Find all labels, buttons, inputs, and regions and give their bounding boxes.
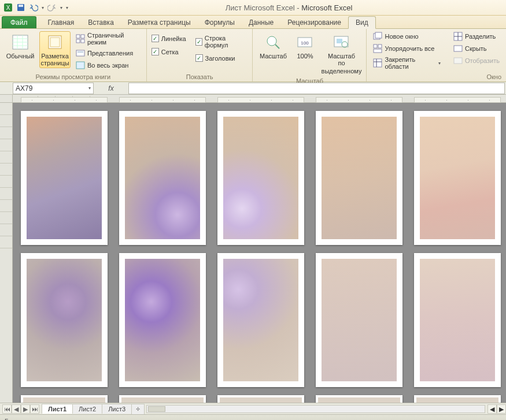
page-thumb[interactable] bbox=[316, 395, 402, 403]
nav-prev-button[interactable]: ◀ bbox=[12, 404, 21, 414]
scroll-right-button[interactable]: ▶ bbox=[497, 404, 506, 414]
zoom-selection-button[interactable]: Масштаб по выделенному bbox=[321, 31, 361, 76]
custom-views-icon bbox=[76, 49, 85, 58]
tab-home[interactable]: Главная bbox=[41, 17, 82, 28]
svg-rect-17 bbox=[77, 51, 83, 53]
save-icon[interactable] bbox=[16, 3, 25, 12]
nav-first-button[interactable]: ⏮ bbox=[2, 404, 12, 414]
arrange-all-button[interactable]: Упорядочить все bbox=[371, 43, 442, 54]
page-image bbox=[420, 117, 495, 239]
page-break-preview-button[interactable]: Страничный режим bbox=[74, 31, 142, 46]
ribbon-tab-strip: Файл Главная Вставка Разметка страницы Ф… bbox=[0, 16, 506, 29]
freeze-panes-button[interactable]: Закрепить области ▾ bbox=[371, 55, 442, 70]
formula-bar-row: AX79 ▾ fx bbox=[0, 82, 506, 95]
page-ruler: ···· bbox=[414, 97, 501, 103]
zoom-100-label: 100% bbox=[297, 53, 313, 60]
page-ruler: ···· bbox=[21, 97, 108, 103]
hide-icon bbox=[453, 44, 463, 53]
zoom-button[interactable]: Масштаб bbox=[257, 31, 289, 61]
unhide-label: Отобразить bbox=[465, 57, 500, 64]
tab-data[interactable]: Данные bbox=[242, 17, 280, 28]
redo-icon[interactable] bbox=[47, 3, 57, 12]
ruler-checkbox[interactable]: ✓Линейка bbox=[152, 34, 186, 43]
group-views-label: Режимы просмотра книги bbox=[5, 72, 142, 80]
hide-label: Скрыть bbox=[465, 45, 487, 52]
gridlines-checkbox[interactable]: ✓Сетка bbox=[152, 47, 186, 57]
tab-review[interactable]: Рецензирование bbox=[280, 17, 348, 28]
zoom-sel-label2: выделенному bbox=[322, 68, 362, 75]
formula-bar-checkbox[interactable]: ✓Строка формул bbox=[195, 34, 248, 50]
normal-view-button[interactable]: Обычный bbox=[5, 31, 36, 61]
page-image bbox=[223, 259, 298, 381]
page-thumb[interactable] bbox=[217, 395, 304, 403]
new-window-button[interactable]: Новое окно bbox=[371, 31, 442, 42]
page-image bbox=[23, 397, 105, 403]
status-bar: Готово bbox=[0, 414, 506, 420]
nav-last-button[interactable]: ⏭ bbox=[30, 404, 39, 414]
page-thumb[interactable] bbox=[119, 395, 206, 403]
sheet-tab-strip: ⏮ ◀ ▶ ⏭ Лист1 Лист2 Лист3 ✧ ◀ ▶ bbox=[0, 403, 506, 414]
redo-dropdown-icon[interactable]: ▾ bbox=[60, 5, 62, 10]
page-thumb[interactable] bbox=[119, 253, 206, 387]
select-all-corner[interactable] bbox=[0, 95, 13, 103]
horizontal-scrollbar[interactable] bbox=[146, 405, 485, 413]
normal-view-icon bbox=[11, 33, 29, 51]
tab-page-layout[interactable]: Разметка страницы bbox=[121, 17, 198, 28]
file-tab[interactable]: Файл bbox=[2, 16, 36, 28]
page-image bbox=[121, 397, 204, 403]
qat-customize-icon[interactable]: ▾ bbox=[66, 5, 68, 10]
check-icon: ✓ bbox=[152, 48, 159, 55]
page-row bbox=[21, 395, 506, 403]
page-layout-surface[interactable] bbox=[13, 103, 506, 403]
sheet-tab[interactable]: Лист2 bbox=[72, 404, 102, 414]
page-thumb[interactable] bbox=[217, 111, 304, 245]
page-thumb[interactable] bbox=[217, 253, 304, 387]
sheet-tab[interactable]: Лист1 bbox=[42, 404, 73, 414]
name-box-value: AX79 bbox=[16, 84, 32, 92]
check-icon: ✓ bbox=[195, 38, 202, 46]
svg-rect-28 bbox=[374, 44, 377, 48]
sheet-tab[interactable]: Лист3 bbox=[102, 404, 132, 414]
page-thumb[interactable] bbox=[21, 253, 108, 387]
page-thumb[interactable] bbox=[119, 111, 206, 245]
fx-icon[interactable]: fx bbox=[105, 84, 117, 92]
page-thumb[interactable] bbox=[414, 111, 501, 245]
undo-dropdown-icon[interactable]: ▾ bbox=[42, 5, 44, 10]
page-thumb[interactable] bbox=[414, 253, 501, 387]
new-sheet-button[interactable]: ✧ bbox=[131, 404, 145, 414]
page-horizontal-rulers: ···· ···· ···· ···· ···· bbox=[21, 97, 501, 103]
zoom-100-button[interactable]: 100 100% bbox=[292, 31, 317, 61]
page-thumb[interactable] bbox=[316, 111, 402, 245]
tab-view[interactable]: Вид bbox=[348, 16, 376, 29]
arrange-icon bbox=[373, 44, 382, 53]
split-button[interactable]: Разделить bbox=[452, 31, 501, 42]
page-thumb[interactable] bbox=[21, 395, 108, 403]
check-icon: ✓ bbox=[195, 54, 203, 62]
headings-checkbox[interactable]: ✓Заголовки bbox=[195, 53, 248, 63]
page-break-icon bbox=[76, 34, 85, 43]
undo-icon[interactable] bbox=[29, 3, 38, 12]
unhide-button[interactable]: Отобразить bbox=[452, 55, 501, 66]
full-screen-button[interactable]: Во весь экран bbox=[74, 60, 142, 70]
custom-views-button[interactable]: Представления bbox=[74, 48, 142, 58]
name-box[interactable]: AX79 ▾ bbox=[13, 83, 94, 94]
new-sheet-icon: ✧ bbox=[135, 406, 141, 412]
scroll-left-button[interactable]: ◀ bbox=[487, 404, 497, 414]
page-image bbox=[27, 259, 102, 381]
arrange-label: Упорядочить все bbox=[385, 45, 434, 52]
tab-formulas[interactable]: Формулы bbox=[198, 17, 242, 28]
hide-button[interactable]: Скрыть bbox=[452, 43, 501, 54]
page-thumb[interactable] bbox=[414, 395, 501, 403]
excel-app-icon: X bbox=[3, 3, 13, 12]
page-layout-button[interactable]: Разметка страницы bbox=[39, 31, 71, 68]
page-image bbox=[125, 117, 200, 239]
svg-rect-27 bbox=[375, 32, 382, 38]
tab-insert[interactable]: Вставка bbox=[81, 17, 121, 28]
page-thumb[interactable] bbox=[316, 253, 402, 387]
chevron-down-icon[interactable]: ▾ bbox=[88, 86, 91, 91]
nav-next-button[interactable]: ▶ bbox=[21, 404, 30, 414]
formula-input[interactable] bbox=[128, 83, 505, 94]
scrollbar-thumb[interactable] bbox=[148, 406, 165, 412]
page-thumb[interactable] bbox=[21, 111, 108, 245]
page-layout-icon bbox=[46, 33, 64, 51]
